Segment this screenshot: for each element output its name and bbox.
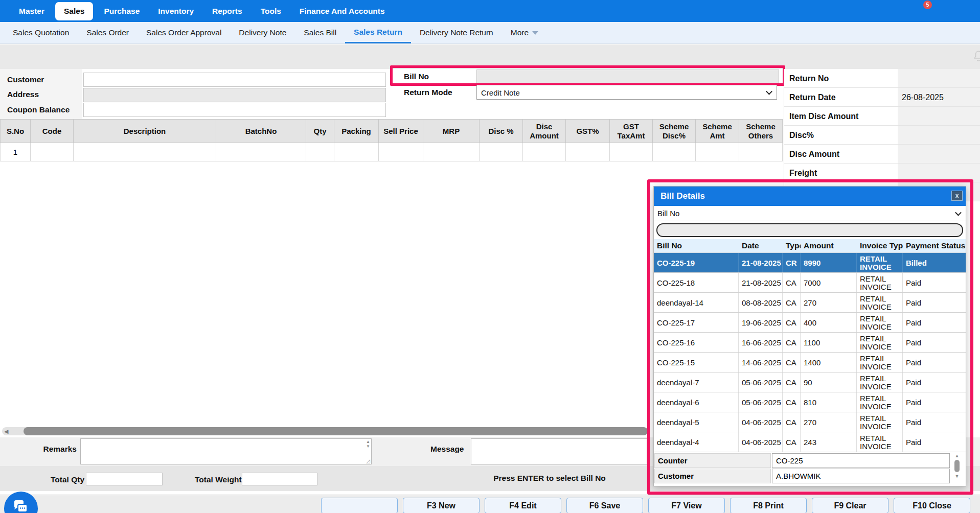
disc-pct-value bbox=[898, 126, 980, 144]
bill-filter-select[interactable]: Bill No bbox=[654, 206, 966, 221]
col-bill-no: Bill No bbox=[654, 239, 739, 252]
chat-fab-button[interactable] bbox=[4, 492, 38, 513]
remarks-textarea[interactable]: ▲▼ ◿ bbox=[80, 438, 372, 464]
bill-search-input[interactable] bbox=[656, 223, 963, 237]
customer-input[interactable] bbox=[83, 73, 386, 87]
vertical-scrollbar-thumb[interactable] bbox=[954, 460, 960, 472]
cell-qty[interactable] bbox=[306, 143, 334, 161]
popup-vertical-scrollbar[interactable]: ▲ ▼ bbox=[953, 453, 961, 483]
topnav-tools[interactable]: Tools bbox=[253, 3, 289, 20]
popup-close-button[interactable]: x bbox=[951, 191, 963, 201]
bill-table-header: Bill No Date Type Amount Invoice Type Pa… bbox=[654, 239, 966, 253]
col-sell-price: Sell Price bbox=[379, 120, 423, 143]
bill-row[interactable]: CO-225-1514-06-2025CA1400RETAIL INVOICEP… bbox=[654, 353, 966, 372]
f7-view-button[interactable]: F7 View bbox=[648, 498, 725, 513]
scroll-down-arrow-icon[interactable]: ▼ bbox=[953, 474, 961, 479]
textarea-scroll-arrows[interactable]: ▲▼ bbox=[366, 439, 370, 449]
col-amount: Amount bbox=[801, 239, 857, 252]
cell-sell-price[interactable] bbox=[379, 143, 423, 161]
chevron-down-icon bbox=[955, 209, 962, 216]
message-textarea[interactable] bbox=[471, 438, 647, 464]
return-mode-select[interactable]: Credit Note bbox=[476, 85, 777, 100]
cell-packing[interactable] bbox=[334, 143, 379, 161]
total-qty-label: Total Qty bbox=[51, 475, 84, 484]
cell-description[interactable] bbox=[74, 143, 216, 161]
cell-disc-amount[interactable] bbox=[523, 143, 566, 161]
cell-mrp[interactable] bbox=[423, 143, 480, 161]
empty-function-button[interactable] bbox=[321, 498, 398, 513]
f4-edit-button[interactable]: F4 Edit bbox=[485, 498, 561, 513]
page-header bbox=[0, 44, 980, 69]
f8-print-button[interactable]: F8 Print bbox=[730, 498, 807, 513]
sales-subnav: Sales Quotation Sales Order Sales Order … bbox=[0, 22, 980, 44]
total-weight-label: Total Weight bbox=[195, 475, 242, 484]
resize-handle-icon[interactable]: ◿ bbox=[366, 458, 370, 464]
subnav-sales-return[interactable]: Sales Return bbox=[345, 22, 411, 43]
return-summary-panel: Return No Return Date26-08-2025 Item Dis… bbox=[784, 69, 980, 201]
bill-row[interactable]: deendayal-504-06-2025CA270RETAIL INVOICE… bbox=[654, 412, 966, 432]
disc-pct-label: Disc% bbox=[789, 126, 814, 145]
summary-row-return-no: Return No bbox=[784, 69, 980, 88]
scroll-left-arrow-icon[interactable]: ◀ bbox=[4, 428, 8, 435]
bill-no-input[interactable] bbox=[476, 69, 779, 83]
remarks-label: Remarks bbox=[40, 445, 77, 454]
f9-clear-button[interactable]: F9 Clear bbox=[812, 498, 888, 513]
scroll-up-arrow-icon[interactable]: ▲ bbox=[953, 453, 961, 458]
return-mode-label: Return Mode bbox=[404, 88, 452, 97]
bill-row[interactable]: deendayal-605-06-2025CA810RETAIL INVOICE… bbox=[654, 392, 966, 412]
horizontal-scrollbar[interactable]: ◀ bbox=[2, 427, 648, 435]
col-scheme-others: Scheme Others bbox=[739, 120, 783, 143]
subnav-sales-order-approval[interactable]: Sales Order Approval bbox=[138, 22, 230, 43]
cell-scheme-others[interactable] bbox=[739, 143, 783, 161]
cell-sno[interactable]: 1 bbox=[1, 143, 31, 161]
subnav-delivery-note-return[interactable]: Delivery Note Return bbox=[411, 22, 502, 43]
bill-row[interactable]: deendayal-1408-08-2025CA270RETAIL INVOIC… bbox=[654, 293, 966, 313]
bill-row[interactable]: deendayal-705-06-2025CA90RETAIL INVOICEP… bbox=[654, 372, 966, 392]
f10-close-button[interactable]: F10 Close bbox=[894, 498, 970, 513]
bill-row[interactable]: deendayal-404-06-2025CA243RETAIL INVOICE… bbox=[654, 432, 966, 452]
subnav-more[interactable]: More bbox=[502, 22, 547, 43]
bill-row[interactable]: CO-225-1821-08-2025CA7000RETAIL INVOICEP… bbox=[654, 273, 966, 293]
col-description: Description bbox=[74, 120, 216, 143]
horizontal-scrollbar-thumb[interactable] bbox=[24, 427, 648, 435]
popup-footer: Counter CO-225 Customer A.BHOWMIK bbox=[654, 453, 966, 484]
items-table-header-row: S.No Code Description BatchNo Qty Packin… bbox=[1, 120, 783, 143]
bill-row[interactable]: CO-225-1616-06-2025CA1100RETAIL INVOICEP… bbox=[654, 333, 966, 353]
item-disc-amount-value bbox=[898, 107, 980, 125]
topnav-finance-and-accounts[interactable]: Finance And Accounts bbox=[292, 3, 393, 20]
bill-row-selected[interactable]: CO-225-1921-08-2025CR8990RETAIL INVOICEB… bbox=[654, 253, 966, 273]
subnav-sales-order[interactable]: Sales Order bbox=[78, 22, 138, 43]
popup-customer-value-field[interactable]: A.BHOWMIK bbox=[772, 469, 950, 483]
subnav-delivery-note[interactable]: Delivery Note bbox=[230, 22, 295, 43]
top-navbar: Master Sales Purchase Inventory Reports … bbox=[0, 0, 980, 22]
total-qty-input[interactable] bbox=[86, 473, 163, 485]
items-table-row: 1 bbox=[1, 143, 783, 161]
subnav-sales-quotation[interactable]: Sales Quotation bbox=[4, 22, 78, 43]
cell-gst-pct[interactable] bbox=[566, 143, 610, 161]
topnav-purchase[interactable]: Purchase bbox=[96, 3, 147, 20]
coupon-balance-label: Coupon Balance bbox=[7, 105, 70, 114]
cell-gst-taxamt[interactable] bbox=[610, 143, 653, 161]
bill-row[interactable]: CO-225-1719-06-2025CA400RETAIL INVOICEPa… bbox=[654, 313, 966, 333]
coupon-balance-input[interactable] bbox=[83, 103, 386, 117]
f6-save-button[interactable]: F6 Save bbox=[566, 498, 643, 513]
topnav-inventory[interactable]: Inventory bbox=[150, 3, 201, 20]
total-weight-input[interactable] bbox=[242, 473, 317, 485]
col-invoice-type: Invoice Type bbox=[857, 239, 903, 252]
cell-code[interactable] bbox=[31, 143, 74, 161]
cell-scheme-disc[interactable] bbox=[653, 143, 696, 161]
cell-scheme-amt[interactable] bbox=[696, 143, 739, 161]
address-input[interactable] bbox=[83, 88, 386, 102]
cell-batchno[interactable] bbox=[216, 143, 306, 161]
topnav-reports[interactable]: Reports bbox=[204, 3, 250, 20]
notification-count-badge: 5 bbox=[923, 1, 932, 9]
subnav-sales-bill[interactable]: Sales Bill bbox=[295, 22, 345, 43]
col-qty: Qty bbox=[306, 120, 334, 143]
popup-titlebar[interactable]: Bill Details x bbox=[654, 186, 966, 206]
topnav-master[interactable]: Master bbox=[11, 3, 52, 20]
topnav-sales[interactable]: Sales bbox=[55, 2, 94, 20]
cell-disc-pct[interactable] bbox=[480, 143, 523, 161]
col-payment-status: Payment Status bbox=[903, 239, 965, 252]
counter-value-field[interactable]: CO-225 bbox=[772, 453, 950, 468]
f3-new-button[interactable]: F3 New bbox=[403, 498, 480, 513]
